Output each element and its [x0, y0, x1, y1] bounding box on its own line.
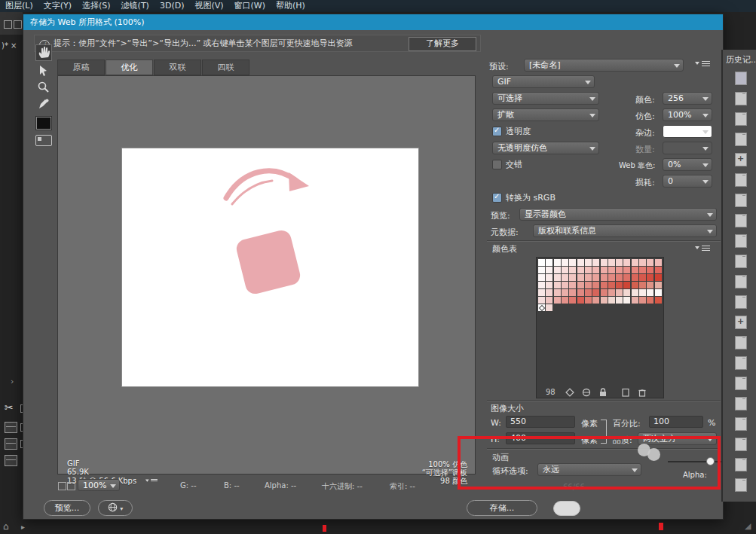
color-swatch[interactable]: [616, 282, 623, 288]
history-state-doc-icon[interactable]: [735, 458, 747, 471]
color-swatch[interactable]: [623, 259, 630, 266]
web-shift-icon[interactable]: [581, 386, 593, 398]
color-reduction-select[interactable]: 可选择: [492, 92, 599, 105]
history-state-doc-icon[interactable]: [735, 356, 747, 370]
color-swatch[interactable]: [647, 282, 653, 288]
panel-icon[interactable]: [5, 422, 17, 433]
map-transparency-icon[interactable]: [565, 386, 577, 398]
color-swatch[interactable]: [585, 297, 592, 304]
preset-panel-menu-icon[interactable]: [702, 61, 710, 66]
color-swatch[interactable]: [585, 259, 592, 266]
browser-select-button[interactable]: ▾: [98, 500, 133, 516]
color-swatch[interactable]: [632, 297, 638, 304]
color-swatch[interactable]: [655, 274, 662, 281]
color-swatch[interactable]: [546, 289, 552, 296]
color-swatch[interactable]: [632, 259, 638, 266]
history-state-doc-icon[interactable]: [735, 438, 747, 451]
slice-select-tool-button[interactable]: [35, 63, 52, 79]
color-swatch[interactable]: [562, 267, 568, 273]
color-swatch[interactable]: [562, 274, 568, 281]
menu-item-view[interactable]: 视图(V): [189, 0, 228, 12]
zoom-select[interactable]: 100%: [78, 479, 120, 491]
color-swatch[interactable]: [623, 297, 630, 304]
format-select[interactable]: GIF: [492, 75, 595, 88]
history-state-doc-icon[interactable]: [735, 336, 747, 349]
play-icon[interactable]: ▸: [21, 523, 25, 531]
color-swatch[interactable]: [601, 259, 608, 266]
history-state-move-icon[interactable]: [735, 316, 747, 329]
color-swatch[interactable]: [647, 259, 653, 266]
history-state-doc-icon[interactable]: [735, 173, 747, 187]
zoom-tool-button[interactable]: [35, 79, 52, 96]
color-swatch[interactable]: [632, 282, 638, 288]
color-swatch[interactable]: [592, 282, 599, 288]
download-speed-menu-icon[interactable]: [151, 479, 158, 484]
color-swatch[interactable]: [647, 267, 653, 273]
transparency-checkbox[interactable]: [492, 127, 502, 136]
color-swatch[interactable]: [554, 282, 561, 288]
delete-color-icon[interactable]: [637, 386, 649, 398]
color-swatch[interactable]: [639, 267, 646, 273]
tab-2up[interactable]: 双联: [154, 60, 201, 75]
learn-more-button[interactable]: 了解更多: [409, 37, 476, 51]
color-table-menu-icon[interactable]: [702, 246, 710, 251]
optimized-preview-area[interactable]: GIF 65.9K 13 秒 @ 56.6 Kbps 100% 仿色 “可选择”…: [57, 75, 476, 474]
srgb-checkbox[interactable]: [492, 193, 502, 203]
dither-method-select[interactable]: 扩散: [492, 108, 599, 121]
color-swatch[interactable]: [608, 282, 615, 288]
color-swatch[interactable]: [601, 274, 608, 281]
color-swatch[interactable]: [554, 274, 561, 281]
color-swatch[interactable]: [608, 297, 615, 304]
color-swatch[interactable]: [546, 259, 552, 266]
percent-input[interactable]: 100: [649, 416, 703, 428]
color-swatch[interactable]: [592, 267, 599, 273]
color-swatch[interactable]: [623, 282, 630, 288]
color-swatch[interactable]: [608, 267, 615, 273]
color-swatch[interactable]: [546, 267, 552, 273]
color-swatch[interactable]: [616, 267, 623, 273]
color-swatch[interactable]: [562, 289, 568, 296]
colors-select[interactable]: 256: [663, 92, 712, 105]
transparency-dither-select[interactable]: 无透明度仿色: [492, 142, 599, 154]
color-swatch[interactable]: [538, 297, 545, 304]
history-state-doc-icon[interactable]: [735, 397, 747, 410]
history-state-brush-icon[interactable]: [735, 72, 747, 85]
color-swatch[interactable]: [608, 289, 615, 296]
preset-select[interactable]: [未命名]: [524, 59, 684, 72]
tab-optimized[interactable]: 优化: [106, 60, 153, 75]
color-swatch[interactable]: [639, 282, 646, 288]
color-swatch[interactable]: [569, 289, 576, 296]
color-swatch[interactable]: [538, 267, 545, 273]
history-state-doc-icon[interactable]: [735, 112, 747, 126]
lossy-select[interactable]: 0: [663, 175, 712, 188]
color-swatch[interactable]: [592, 297, 599, 304]
width-input[interactable]: 550: [506, 416, 575, 428]
color-swatch[interactable]: [632, 289, 638, 296]
dither-select[interactable]: 100%: [663, 108, 712, 121]
color-swatch[interactable]: [562, 282, 568, 288]
color-swatch[interactable]: [585, 282, 592, 288]
color-swatch[interactable]: [647, 274, 653, 281]
color-swatch[interactable]: [577, 282, 584, 288]
history-state-doc-icon[interactable]: [735, 417, 747, 431]
history-state-doc-icon[interactable]: [735, 478, 747, 492]
history-state-doc-icon[interactable]: [735, 275, 747, 288]
color-swatch[interactable]: [546, 282, 552, 288]
color-swatch[interactable]: [616, 297, 623, 304]
menu-item-help[interactable]: 帮助(H): [271, 0, 311, 12]
eyedropper-tool-button[interactable]: [35, 96, 52, 112]
menu-item-type[interactable]: 文字(Y): [38, 0, 77, 12]
color-swatch[interactable]: [616, 289, 623, 296]
color-swatch[interactable]: [554, 267, 561, 273]
history-state-doc-icon[interactable]: [735, 255, 747, 268]
home-icon[interactable]: ⌂: [3, 521, 9, 532]
color-swatch[interactable]: [538, 289, 545, 296]
collapse-chevron[interactable]: ›: [11, 377, 14, 386]
menu-item-select[interactable]: 选择(S): [77, 0, 116, 12]
color-swatch[interactable]: [554, 259, 561, 266]
color-swatch[interactable]: [616, 274, 623, 281]
color-swatch[interactable]: [569, 274, 576, 281]
color-swatch[interactable]: [585, 289, 592, 296]
color-swatch[interactable]: [608, 259, 615, 266]
color-swatch[interactable]: [655, 267, 662, 273]
